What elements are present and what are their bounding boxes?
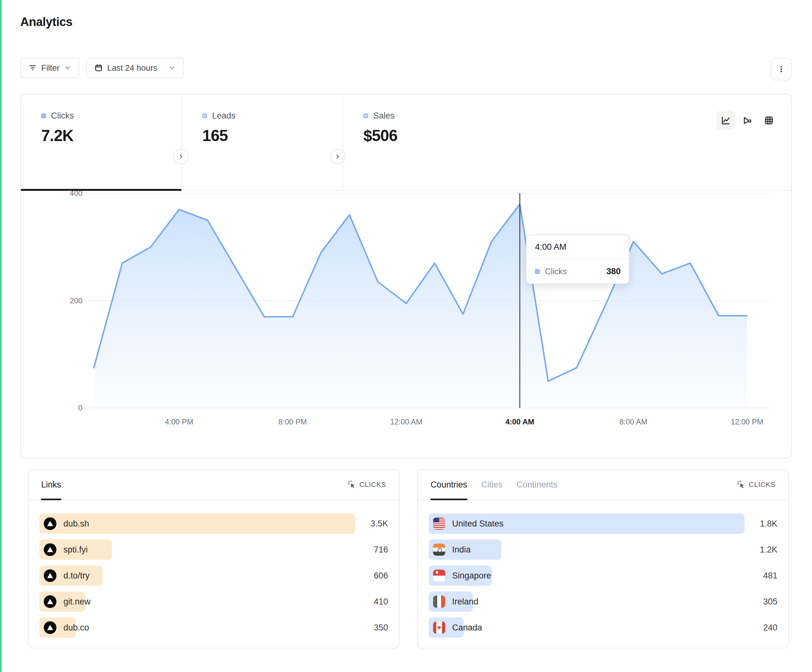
date-range-label: Last 24 hours bbox=[107, 63, 164, 73]
more-options-button[interactable] bbox=[771, 58, 792, 80]
tab-clicks[interactable]: Clicks 7.2K bbox=[21, 94, 181, 190]
tab-cities[interactable]: Cities bbox=[481, 470, 503, 500]
analytics-card: Clicks 7.2K Leads 165 Sales $506 bbox=[20, 94, 792, 458]
sales-label: Sales bbox=[373, 111, 395, 121]
links-metric-header[interactable]: CLICKS bbox=[348, 480, 386, 489]
leads-legend-square bbox=[202, 113, 207, 118]
filter-button[interactable]: Filter bbox=[20, 58, 79, 78]
ca-flag-icon bbox=[433, 622, 445, 634]
filter-icon bbox=[29, 64, 37, 72]
us-flag-icon bbox=[433, 518, 445, 530]
item-value: 606 bbox=[355, 571, 388, 581]
item-label: Singapore bbox=[452, 571, 491, 581]
item-label: United States bbox=[452, 519, 503, 529]
list-item[interactable]: d.to/try 606 bbox=[39, 566, 388, 586]
list-item[interactable]: Canada 240 bbox=[429, 617, 778, 638]
list-item[interactable]: Singapore 481 bbox=[429, 566, 778, 586]
clicks-area-chart[interactable]: 02004004:00 PM8:00 PM12:00 AM4:00 AM8:00… bbox=[21, 191, 792, 458]
sg-flag-icon bbox=[433, 570, 445, 582]
leads-value: 165 bbox=[202, 126, 343, 145]
ie-flag-icon bbox=[433, 595, 445, 608]
item-label: Ireland bbox=[452, 597, 478, 607]
svg-text:12:00 AM: 12:00 AM bbox=[390, 418, 422, 426]
svg-text:12:00 PM: 12:00 PM bbox=[731, 418, 764, 426]
svg-text:8:00 PM: 8:00 PM bbox=[278, 418, 307, 426]
item-value: 1.8K bbox=[744, 519, 778, 529]
tooltip-time: 4:00 AM bbox=[527, 235, 629, 259]
item-value: 240 bbox=[744, 623, 778, 633]
funnel-icon bbox=[742, 115, 752, 126]
chevron-right-icon bbox=[334, 154, 341, 160]
item-label: India bbox=[452, 545, 471, 555]
chevron-right-button[interactable] bbox=[330, 149, 345, 164]
item-label: dub.co bbox=[63, 623, 89, 633]
svg-text:400: 400 bbox=[70, 191, 82, 198]
sales-legend-square bbox=[363, 113, 368, 118]
list-item[interactable]: India 1.2K bbox=[429, 539, 778, 560]
dub-logo-icon bbox=[44, 569, 56, 582]
metric-tabs: Clicks 7.2K Leads 165 Sales $506 bbox=[21, 94, 791, 191]
item-label: d.to/try bbox=[63, 571, 90, 581]
svg-text:200: 200 bbox=[70, 297, 82, 305]
list-item[interactable]: United States 1.8K bbox=[429, 513, 778, 534]
cursor-click-icon bbox=[348, 480, 357, 489]
filter-button-label: Filter bbox=[41, 63, 60, 73]
geo-panel: CountriesCitiesContinents CLICKS United … bbox=[417, 469, 789, 648]
clicks-legend-square bbox=[41, 113, 46, 118]
item-value: 410 bbox=[355, 597, 388, 607]
svg-text:4:00 PM: 4:00 PM bbox=[165, 418, 193, 426]
svg-text:8:00 AM: 8:00 AM bbox=[619, 418, 647, 426]
dub-logo-icon bbox=[44, 621, 56, 634]
tab-sales[interactable]: Sales $506 bbox=[343, 94, 503, 190]
analytics-page: Analytics Filter Last 24 hours bbox=[0, 0, 812, 672]
item-value: 481 bbox=[744, 571, 778, 581]
page-title: Analytics bbox=[20, 15, 72, 29]
tooltip-legend-square bbox=[535, 269, 540, 274]
dub-logo-icon bbox=[44, 543, 56, 556]
list-item[interactable]: dub.co 350 bbox=[39, 617, 388, 638]
svg-text:0: 0 bbox=[78, 404, 82, 412]
chevron-down-icon bbox=[169, 64, 176, 71]
line-chart-icon bbox=[721, 115, 731, 126]
date-range-button[interactable]: Last 24 hours bbox=[86, 58, 184, 78]
item-label: git.new bbox=[63, 597, 91, 607]
tooltip-series-label: Clicks bbox=[545, 266, 601, 276]
item-value: 716 bbox=[355, 545, 388, 555]
geo-metric-header[interactable]: CLICKS bbox=[737, 480, 776, 489]
chevron-right-button[interactable] bbox=[174, 149, 189, 164]
calendar-icon bbox=[94, 64, 103, 72]
clicks-label: Clicks bbox=[51, 111, 74, 121]
line-chart-toggle-button[interactable] bbox=[716, 111, 735, 130]
tab-countries[interactable]: Countries bbox=[431, 470, 467, 500]
item-value: 3.5K bbox=[355, 519, 388, 529]
chart-type-toggle bbox=[716, 111, 778, 130]
item-label: spti.fyi bbox=[63, 545, 88, 555]
list-item[interactable]: git.new 410 bbox=[39, 592, 388, 612]
clicks-value: 7.2K bbox=[41, 126, 181, 145]
chevron-right-icon bbox=[178, 154, 184, 160]
sales-value: $506 bbox=[363, 126, 503, 145]
dub-logo-icon bbox=[44, 595, 56, 608]
tab-leads[interactable]: Leads 165 bbox=[182, 94, 343, 190]
dub-logo-icon bbox=[44, 517, 56, 530]
item-value: 305 bbox=[744, 597, 778, 607]
chevron-down-icon bbox=[64, 64, 71, 71]
toolbar: Filter Last 24 hours bbox=[20, 58, 792, 78]
cursor-click-icon bbox=[737, 480, 746, 489]
tab-continents[interactable]: Continents bbox=[517, 470, 558, 500]
in-flag-icon bbox=[433, 544, 445, 556]
grid-table-icon bbox=[764, 115, 774, 126]
list-item[interactable]: spti.fyi 716 bbox=[39, 539, 388, 560]
item-value: 350 bbox=[355, 623, 388, 633]
item-value: 1.2K bbox=[744, 545, 778, 555]
list-item[interactable]: dub.sh 3.5K bbox=[39, 513, 388, 534]
left-accent-bar bbox=[0, 0, 2, 672]
kebab-menu-icon bbox=[777, 65, 785, 73]
chart-tooltip: 4:00 AM Clicks 380 bbox=[526, 235, 629, 284]
item-label: Canada bbox=[452, 623, 482, 633]
funnel-chart-toggle-button[interactable] bbox=[738, 111, 757, 130]
list-item[interactable]: Ireland 305 bbox=[429, 592, 778, 612]
tooltip-value: 380 bbox=[606, 266, 621, 276]
table-toggle-button[interactable] bbox=[759, 111, 778, 130]
tab-links[interactable]: Links bbox=[41, 470, 61, 500]
